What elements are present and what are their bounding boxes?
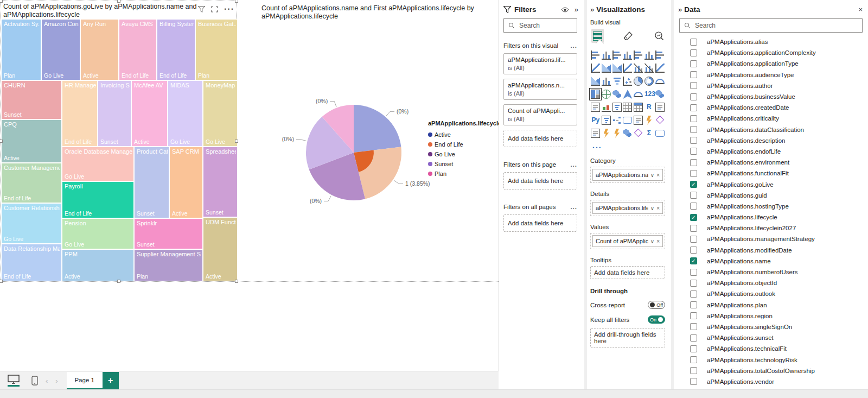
stacked-area-chart-icon[interactable] [612, 64, 622, 73]
sigma-visual-icon[interactable]: Σ [644, 129, 654, 138]
field-checkbox[interactable] [690, 126, 697, 133]
treemap-tile[interactable]: Any Run Active [80, 19, 119, 80]
field-list-item[interactable]: aPMApplications.applicationType [674, 58, 868, 69]
resize-handle-s[interactable] [117, 280, 120, 283]
treemap-tile[interactable]: McAfee AV Active [131, 80, 168, 147]
field-list-item[interactable]: aPMApplications.vendor [674, 376, 868, 387]
decomposition-tree-icon[interactable] [612, 116, 622, 125]
field-list-item[interactable]: aPMApplications.sunset [674, 332, 868, 343]
field-checkbox[interactable] [690, 290, 697, 298]
details-field-pill[interactable]: aPMApplications.lifec... ∨ × [592, 202, 663, 214]
field-list-item[interactable]: ✓ aPMApplications.goLive [674, 179, 868, 189]
remove-field-icon[interactable]: × [656, 172, 660, 178]
waterfall-chart-icon[interactable] [602, 77, 611, 86]
combo-chart-icon[interactable] [591, 77, 600, 86]
values-well[interactable]: Count of aPMApplicat... ∨ × [590, 233, 665, 249]
field-checkbox[interactable] [690, 49, 697, 56]
table-icon[interactable] [623, 103, 632, 112]
field-checkbox[interactable] [690, 39, 697, 46]
remove-field-icon[interactable]: × [656, 205, 660, 211]
close-data-pane-icon[interactable]: × [858, 5, 863, 14]
analytics-tab[interactable] [653, 29, 665, 43]
report-visual-icon[interactable] [591, 129, 600, 138]
field-list-item[interactable]: aPMApplications.outlook [674, 288, 868, 299]
multi-row-card-icon[interactable] [655, 90, 665, 99]
paginated-report-icon[interactable] [655, 103, 665, 112]
field-list-item[interactable]: aPMApplications.numberofUsers [674, 267, 868, 277]
field-checkbox[interactable] [690, 236, 697, 243]
legend-item[interactable]: Sunset [428, 159, 501, 169]
collapse-data-icon[interactable]: » [678, 5, 681, 14]
filled-map-icon[interactable] [612, 90, 622, 99]
pie-chart-visual[interactable]: Count of aPMApplications.name and First … [237, 1, 499, 282]
r-script-visual-icon[interactable]: R [644, 103, 654, 112]
field-checkbox[interactable] [690, 137, 697, 144]
field-list-item[interactable]: aPMApplications.functionalFit [674, 168, 868, 179]
field-checkbox[interactable] [690, 60, 697, 67]
100-stacked-bar-chart-icon[interactable] [612, 50, 622, 60]
field-checkbox[interactable] [690, 115, 697, 122]
legend-item[interactable]: Active [428, 130, 501, 140]
field-list-item[interactable]: aPMApplications.endofLife [674, 146, 868, 157]
resize-handle-e[interactable] [235, 140, 238, 143]
automate-funnel-icon[interactable] [612, 129, 622, 138]
treemap-tile[interactable]: Sprinklr Sunset [134, 218, 203, 249]
field-checkbox[interactable] [690, 104, 697, 111]
treemap-tile[interactable]: Invoicing Sy... Sunset [98, 80, 131, 147]
treemap-tile[interactable]: MoneyMap Go Live [203, 80, 238, 147]
smart-narrative-icon[interactable] [634, 116, 643, 125]
eye-icon[interactable] [561, 7, 569, 12]
field-checkbox[interactable] [690, 82, 697, 89]
page-tab[interactable]: Page 1 [67, 372, 103, 390]
filter-card[interactable]: aPMApplications.lif... is (All) [503, 53, 577, 74]
field-list-item[interactable]: aPMApplications.environment [674, 157, 868, 168]
legend-item[interactable]: End of Life [428, 140, 501, 149]
field-checkbox[interactable] [690, 225, 697, 232]
pie-chart-icon[interactable] [634, 77, 643, 86]
treemap-icon[interactable] [591, 90, 600, 99]
field-list-item[interactable]: aPMApplications.totalCostofOwnership [674, 365, 868, 376]
comment-visual-icon[interactable] [655, 130, 665, 137]
pie-slice[interactable] [354, 105, 401, 153]
treemap-tile[interactable]: SAP CRM Active [169, 147, 203, 218]
treemap-body[interactable]: Activation Sy... PlanAmazon Con... Go Li… [1, 19, 238, 281]
field-checkbox[interactable] [690, 280, 697, 287]
filters-search-input[interactable]: Search [503, 18, 577, 33]
field-list-item[interactable]: aPMApplications.objectId [674, 277, 868, 288]
custom-visual-icon[interactable] [655, 116, 664, 124]
area-chart-icon[interactable] [602, 64, 611, 73]
flow-map-icon[interactable] [623, 129, 632, 138]
treemap-tile[interactable]: CPQ Active [1, 119, 62, 163]
field-checkbox[interactable] [690, 269, 697, 276]
field-checkbox[interactable] [690, 148, 697, 155]
previous-page-arrow[interactable]: ‹ [46, 377, 48, 385]
treemap-tile[interactable]: Oracle Database Managem... Go Live [62, 147, 134, 181]
field-checkbox[interactable] [690, 203, 697, 210]
category-well[interactable]: aPMApplications.name ∨ × [590, 167, 665, 183]
100-stacked-column-chart-icon[interactable] [623, 50, 632, 60]
details-well[interactable]: aPMApplications.lifec... ∨ × [590, 200, 665, 216]
treemap-tile[interactable]: Activation Sy... Plan [1, 19, 41, 80]
field-list-item[interactable]: aPMApplications.guid [674, 190, 868, 201]
treemap-tile[interactable]: Billing System End of Life [157, 19, 195, 80]
treemap-tile[interactable]: Product Cat... Sunset [134, 147, 169, 218]
slicer-icon[interactable] [612, 103, 622, 112]
gauge-chart-icon[interactable] [655, 79, 665, 84]
field-list-item[interactable]: aPMApplications.businessValue [674, 91, 868, 102]
stacked-column-chart-icon[interactable] [602, 50, 611, 60]
treemap-tile[interactable]: PPM Active [62, 249, 134, 281]
section-more-icon[interactable]: ... [570, 42, 577, 49]
field-list-item[interactable]: aPMApplications.createdDate [674, 102, 868, 113]
funnel-chart-icon[interactable] [612, 77, 622, 86]
treemap-tile[interactable]: CHURN Sunset [1, 80, 62, 119]
map-icon[interactable] [602, 90, 611, 99]
chevron-down-icon[interactable]: ∨ [650, 172, 654, 178]
field-checkbox[interactable] [690, 159, 697, 166]
treemap-tile[interactable]: Avaya CMS End of Life [119, 19, 157, 80]
field-list-item[interactable]: ✓ aPMApplications.lifecycle [674, 212, 868, 223]
chevron-down-icon[interactable]: ∨ [650, 205, 654, 211]
report-canvas[interactable]: Count of aPMApplications.goLive by aPMAp… [0, 0, 499, 371]
stacked-bar-chart-icon[interactable] [591, 50, 600, 60]
treemap-tile[interactable]: Amazon Con... Go Live [41, 19, 80, 80]
field-checkbox[interactable] [690, 334, 697, 342]
